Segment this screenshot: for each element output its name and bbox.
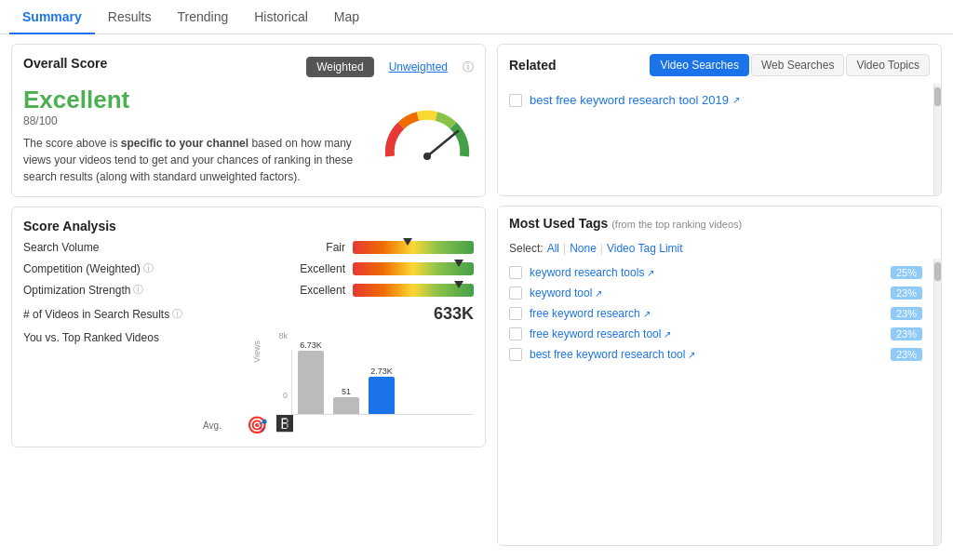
competition-rating: Excellent (294, 262, 345, 275)
weighted-button[interactable]: Weighted (306, 57, 373, 77)
optimization-label: Optimization Strength ⓘ (23, 283, 191, 297)
main-content: Overall Score Weighted Unweighted ⓘ Exce… (0, 34, 953, 555)
tag-item-0: keyword research tools ↗ 25% (498, 262, 933, 283)
tag-ext-icon-3: ↗ (664, 329, 671, 340)
optimization-help-icon[interactable]: ⓘ (133, 283, 143, 297)
tab-map[interactable]: Map (321, 0, 372, 33)
tag-checkbox-0[interactable] (509, 266, 522, 279)
score-description: The score above is specific to your chan… (23, 135, 366, 185)
related-link-0[interactable]: best free keyword research tool 2019 ↗ (530, 93, 740, 107)
tag-item-4: best free keyword research tool ↗ 23% (498, 344, 933, 365)
tag-link-2[interactable]: free keyword research ↗ (530, 307, 883, 320)
competition-marker (454, 260, 463, 267)
bar1-rect (298, 351, 324, 414)
score-number: 88/100 (23, 114, 366, 127)
tags-list-container: keyword research tools ↗ 25% keyword too… (498, 259, 941, 545)
tag-pct-1: 23% (891, 287, 922, 300)
mini-chart: 8k 0 Views 6.73K (269, 331, 474, 415)
tags-select-none[interactable]: None (570, 242, 597, 255)
tube-buddy-icon: 🅱 (276, 415, 293, 435)
videos-count: 633K (434, 304, 474, 324)
tab-summary[interactable]: Summary (9, 0, 95, 33)
competition-label: Competition (Weighted) ⓘ (23, 261, 191, 275)
y-zero-label: 0 (269, 391, 288, 400)
search-volume-right: Fair (198, 241, 474, 254)
score-help-icon[interactable]: ⓘ (463, 60, 474, 75)
tag-link-0[interactable]: keyword research tools ↗ (530, 266, 883, 279)
chart-sublabels: Avg. 🎯 🅱 (195, 415, 474, 435)
competition-bar (353, 262, 474, 275)
y-max-label: 8k (269, 331, 288, 340)
related-link-text-0: best free keyword research tool 2019 (530, 93, 729, 107)
tag-text-0: keyword research tools (530, 266, 644, 279)
competition-help-icon[interactable]: ⓘ (143, 261, 154, 275)
tags-video-limit[interactable]: Video Tag Limit (607, 242, 683, 255)
tag-text-3: free keyword research tool (530, 327, 661, 340)
tag-link-1[interactable]: keyword tool ↗ (530, 287, 883, 300)
tags-sep-1: | (563, 242, 566, 255)
related-scrollbar[interactable] (933, 84, 941, 195)
tags-subtitle: (from the top ranking videos) (611, 219, 742, 230)
related-checkbox-0[interactable] (509, 94, 522, 107)
score-toggle: Weighted Unweighted ⓘ (306, 57, 474, 77)
tag-link-3[interactable]: free keyword research tool ↗ (530, 327, 883, 340)
bar2-rect (333, 397, 359, 414)
tag-item-3: free keyword research tool ↗ 23% (498, 324, 933, 344)
icon-row: 🎯 🅱 (247, 415, 293, 435)
unweighted-button[interactable]: Unweighted (380, 58, 457, 76)
tags-scrollbar[interactable] (933, 259, 941, 545)
tag-checkbox-3[interactable] (509, 327, 522, 340)
tag-ext-icon-0: ↗ (647, 268, 654, 278)
tab-results[interactable]: Results (95, 0, 165, 33)
bar3-value: 2.73K (370, 367, 393, 376)
videos-right: 633K (198, 304, 474, 324)
overall-score-header: Overall Score Weighted Unweighted ⓘ (23, 56, 474, 78)
optimization-bar (353, 284, 474, 297)
tags-header: Most Used Tags (from the top ranking vid… (498, 207, 941, 238)
tag-checkbox-2[interactable] (509, 307, 522, 320)
tags-title: Most Used Tags (from the top ranking vid… (509, 216, 930, 231)
optimization-marker (454, 281, 463, 288)
related-tab-web-searches[interactable]: Web Searches (751, 54, 845, 76)
search-volume-bar (353, 241, 474, 254)
videos-help-icon[interactable]: ⓘ (172, 307, 182, 321)
tag-link-4[interactable]: best free keyword research tool ↗ (530, 348, 883, 361)
tag-item-2: free keyword research ↗ 23% (498, 303, 933, 324)
search-volume-rating: Fair (294, 241, 345, 254)
related-tab-video-topics[interactable]: Video Topics (846, 54, 930, 76)
bar-group-2: 51 (333, 387, 359, 414)
tags-scroll-thumb[interactable] (934, 262, 941, 281)
tab-historical[interactable]: Historical (241, 0, 321, 33)
y-axis: 8k 0 (269, 331, 288, 400)
target-icon: 🎯 (247, 415, 267, 435)
tags-select-all[interactable]: All (547, 242, 559, 255)
tag-checkbox-4[interactable] (509, 348, 522, 361)
tag-item-1: keyword tool ↗ 23% (498, 283, 933, 303)
analysis-rows: Search Volume Fair Competition (Weighted… (23, 241, 474, 435)
score-description-bold: specific to your channel (121, 137, 248, 150)
related-tab-video-searches[interactable]: Video Searches (650, 54, 749, 76)
related-list: best free keyword research tool 2019 ↗ (498, 84, 933, 195)
tag-pct-0: 25% (891, 266, 922, 279)
gauge-chart (381, 105, 474, 166)
tag-ext-icon-4: ↗ (688, 350, 695, 360)
related-scroll-thumb[interactable] (934, 87, 941, 106)
tab-trending[interactable]: Trending (165, 0, 242, 33)
related-item-0: best free keyword research tool 2019 ↗ (509, 89, 922, 111)
tag-ext-icon-2: ↗ (643, 309, 651, 319)
search-volume-marker (403, 238, 412, 246)
you-vs-top-label: You vs. Top Ranked Videos (23, 331, 191, 344)
related-header: Related Video Searches Web Searches Vide… (498, 45, 941, 84)
tags-sep-2: | (600, 242, 603, 255)
tag-checkbox-1[interactable] (509, 287, 522, 300)
tag-ext-icon-1: ↗ (595, 288, 602, 299)
tag-pct-2: 23% (891, 307, 922, 320)
external-link-icon-0: ↗ (732, 95, 740, 105)
overall-score-title: Overall Score (23, 56, 107, 71)
bar-group-3: 2.73K (369, 367, 395, 414)
related-title: Related (509, 58, 557, 73)
score-analysis-card: Score Analysis Search Volume Fair (11, 207, 486, 447)
analysis-row-optimization: Optimization Strength ⓘ Excellent (23, 283, 474, 297)
left-panel: Overall Score Weighted Unweighted ⓘ Exce… (11, 44, 486, 546)
tag-text-2: free keyword research (530, 307, 640, 320)
